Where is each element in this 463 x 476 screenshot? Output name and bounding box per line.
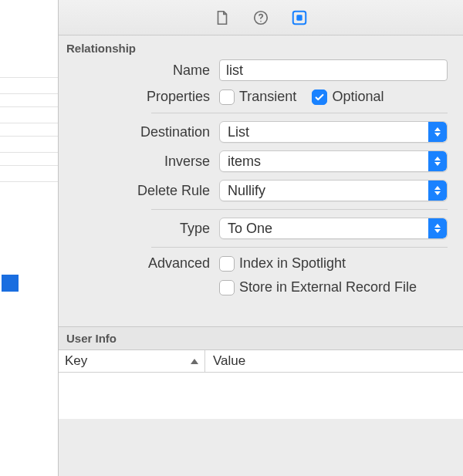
svg-point-1 bbox=[260, 20, 262, 22]
inverse-select[interactable]: items bbox=[219, 150, 448, 172]
divider bbox=[151, 209, 448, 210]
inspector-toolbar bbox=[59, 0, 463, 35]
checkbox-unchecked-icon bbox=[219, 280, 235, 295]
file-icon[interactable] bbox=[214, 9, 231, 26]
column-value-label: Value bbox=[213, 353, 245, 368]
section-heading-relationship: Relationship bbox=[59, 35, 463, 59]
divider bbox=[151, 247, 448, 248]
inspector-panel: Relationship Name Properties Transient bbox=[59, 0, 463, 476]
label-store-external: Store in External Record File bbox=[239, 279, 417, 295]
label-index-spotlight: Index in Spotlight bbox=[239, 255, 346, 272]
label-transient: Transient bbox=[239, 89, 296, 105]
type-select[interactable]: To One bbox=[219, 218, 448, 239]
label-properties: Properties bbox=[66, 89, 213, 105]
chevron-updown-icon bbox=[428, 218, 447, 238]
svg-rect-3 bbox=[296, 15, 302, 20]
list-item[interactable] bbox=[0, 165, 58, 182]
optional-checkbox[interactable]: Optional bbox=[312, 89, 384, 105]
divider bbox=[151, 113, 448, 113]
list-item-selected[interactable] bbox=[2, 275, 19, 292]
chevron-updown-icon bbox=[428, 181, 447, 201]
checkbox-unchecked-icon bbox=[219, 89, 235, 105]
column-header-value[interactable]: Value bbox=[205, 350, 463, 372]
delete-rule-select[interactable]: Nullify bbox=[219, 180, 448, 201]
column-key-label: Key bbox=[65, 353, 87, 369]
type-value: To One bbox=[220, 221, 428, 237]
inverse-value: items bbox=[220, 154, 428, 170]
help-icon[interactable] bbox=[252, 9, 269, 26]
label-optional: Optional bbox=[332, 89, 384, 105]
checkbox-checked-icon bbox=[312, 89, 327, 105]
relationship-form: Name Properties Transient Op bbox=[59, 59, 463, 303]
column-header-key[interactable]: Key bbox=[59, 350, 205, 372]
name-input[interactable] bbox=[219, 59, 448, 81]
sort-ascending-icon bbox=[191, 359, 198, 364]
label-destination: Destination bbox=[66, 124, 213, 140]
user-info-section: User Info Key Value bbox=[59, 326, 463, 419]
identity-inspector-icon[interactable] bbox=[291, 9, 308, 26]
user-info-table-header: Key Value bbox=[59, 350, 463, 373]
label-delete-rule: Delete Rule bbox=[66, 183, 213, 199]
store-external-checkbox[interactable]: Store in External Record File bbox=[219, 279, 417, 295]
label-name: Name bbox=[66, 62, 213, 79]
destination-value: List bbox=[220, 124, 428, 140]
transient-checkbox[interactable]: Transient bbox=[219, 89, 296, 105]
label-type: Type bbox=[66, 221, 213, 237]
index-spotlight-checkbox[interactable]: Index in Spotlight bbox=[219, 255, 346, 272]
user-info-table-body[interactable] bbox=[59, 373, 463, 419]
label-advanced: Advanced bbox=[66, 255, 213, 272]
list-item[interactable] bbox=[0, 136, 58, 153]
chevron-updown-icon bbox=[428, 151, 447, 171]
list-item[interactable] bbox=[0, 77, 58, 94]
checkbox-unchecked-icon bbox=[219, 256, 235, 272]
source-list bbox=[0, 0, 59, 476]
delete-rule-value: Nullify bbox=[220, 183, 428, 199]
list-item[interactable] bbox=[0, 106, 58, 123]
section-heading-user-info: User Info bbox=[59, 326, 463, 350]
chevron-updown-icon bbox=[428, 122, 447, 142]
label-inverse: Inverse bbox=[66, 154, 213, 170]
destination-select[interactable]: List bbox=[219, 121, 448, 143]
